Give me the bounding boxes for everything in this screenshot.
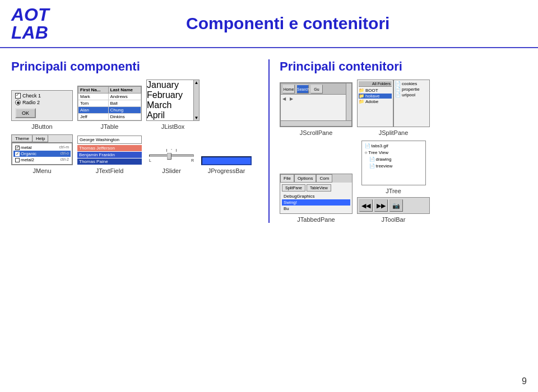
scrollpane-vscrollbar[interactable]	[346, 83, 351, 126]
toolbar-btn-camera[interactable]: 📷	[389, 199, 403, 212]
jtree-jtoolbar-group: 📄 tabs3.gif ○ Tree View 📄 drawing 📄	[357, 141, 430, 223]
tree-file-icon-drawing: 📄	[369, 157, 375, 162]
jtextfield-label: JTextField	[96, 167, 124, 174]
toolbar-btn-next[interactable]: ▶▶	[374, 199, 388, 212]
jscrollpane-component: Home Search Gu ◀ ▶ JScrollPane	[280, 82, 353, 136]
check1-label: Check 1	[22, 93, 41, 99]
organic-label: Organic	[21, 151, 36, 156]
split-item-holiave[interactable]: 📁 holiave	[359, 94, 392, 99]
tree-label-drawing: drawing	[376, 157, 392, 162]
table-header-row: First Na... Last Name	[78, 87, 141, 94]
jmenu-metal[interactable]: metal ctrl-m	[13, 144, 71, 151]
col1-header: First Na...	[78, 87, 109, 94]
tree-node-treeview2: 📄 treeview	[368, 163, 424, 169]
tab-file[interactable]: File	[280, 174, 294, 183]
tree-expand-icon[interactable]: ○	[365, 150, 368, 155]
scrollbar-up-arrow[interactable]: ▲	[194, 80, 199, 85]
jbutton-label: JButton	[31, 123, 52, 130]
left-section: Principali componenti Check 1 Radio 2 OK	[11, 59, 258, 223]
tabcontent-debuggraphics: DebugGraphics	[282, 193, 350, 199]
folder-icon-adobe: 📁	[359, 99, 364, 104]
jsplitpane-label: JSplitPane	[379, 129, 409, 136]
jmenu-component: Theme Help metal ctrl-m	[11, 134, 73, 174]
jslider-label: JSlider	[162, 167, 181, 174]
split-label-adobe: Adobe	[365, 99, 378, 104]
list-item[interactable]: March	[147, 100, 193, 110]
home-btn[interactable]: Home	[282, 85, 295, 94]
jtoolbar-component: ◀◀ ▶▶ 📷 JToolBar	[357, 197, 430, 223]
file-icon-propertie: 📄	[395, 87, 401, 92]
split-item-propertie: 📄 propertie	[395, 87, 428, 92]
slider-thumb[interactable]	[167, 153, 171, 160]
jtable-label: JTable	[101, 123, 119, 130]
list-item[interactable]: January	[147, 80, 193, 90]
tree-node-tabs3: 📄 tabs3.gif	[364, 143, 424, 149]
containers-row-1: Home Search Gu ◀ ▶ JScrollPane	[280, 80, 527, 136]
radio2-radio[interactable]	[15, 100, 21, 105]
jtree-widget: 📄 tabs3.gif ○ Tree View 📄 drawing 📄	[361, 141, 426, 185]
scrollpane-hscrollbar[interactable]	[281, 120, 351, 126]
list-item[interactable]: February	[147, 90, 193, 100]
tree-label-treeview2: treeview	[376, 164, 393, 169]
check1-checkbox[interactable]	[15, 93, 21, 99]
jscrollpane-widget: Home Search Gu ◀ ▶	[280, 82, 353, 127]
jtree-label: JTree	[386, 188, 401, 194]
scrollpane-body: ◀ ▶	[281, 95, 351, 103]
jtable-table: First Na... Last Name MarkAndrewsTomBall…	[78, 86, 141, 120]
jmenu-help[interactable]: Help	[33, 135, 48, 142]
metal-checkbox[interactable]	[15, 146, 20, 150]
tab-com[interactable]: Com	[316, 174, 332, 183]
jbutton-component: Check 1 Radio 2 OK JButton	[11, 90, 73, 130]
listbox-scrollbar[interactable]: ▲ ▼	[193, 80, 199, 120]
organic-checkbox[interactable]	[15, 152, 20, 156]
logo-lab: LAB	[11, 24, 49, 41]
gu-btn[interactable]: Gu	[310, 85, 323, 94]
metal2-shortcut: ctrl-2	[60, 157, 69, 162]
ok-btn-container: OK	[15, 107, 69, 118]
jtabbedpane-content: SplitPane TableView DebugGraphics Swing!…	[280, 183, 352, 213]
search-btn[interactable]: Search	[296, 85, 309, 94]
jmenu-metal2[interactable]: metal2 ctrl-2	[13, 157, 71, 163]
split-label-urlpool: urlpool	[402, 92, 415, 97]
slider-tick-labels: I ' I	[149, 148, 194, 153]
listbox-content: JanuaryFebruaryMarchApril	[147, 80, 193, 120]
tab-options[interactable]: Options	[294, 174, 317, 183]
jprogressbar-component: JProgressBar	[201, 156, 252, 174]
main-content: Principali componenti Check 1 Radio 2 OK	[0, 54, 538, 228]
jmenu-label: JMenu	[33, 167, 51, 174]
metal2-checkbox[interactable]	[15, 158, 20, 162]
scrollbar-down-arrow[interactable]: ▼	[194, 115, 199, 120]
slider-right-label: R	[191, 158, 194, 162]
textfield-input[interactable]: George Washington	[77, 136, 142, 144]
split-item-urlpool: 📄 urlpool	[395, 92, 428, 97]
table-row[interactable]: AlanChung	[78, 107, 141, 114]
jtable-component: First Na... Last Name MarkAndrewsTomBall…	[77, 86, 142, 130]
ok-button[interactable]: OK	[15, 108, 36, 118]
right-section-title: Principali contenitori	[280, 59, 527, 74]
subtab-splitpane[interactable]: SplitPane	[282, 184, 305, 192]
table-row[interactable]: MarkAndrews	[78, 94, 141, 100]
jmenu-organic[interactable]: Organic ctrl-o	[13, 151, 71, 157]
list-item[interactable]: April	[147, 110, 193, 120]
jtree-component: 📄 tabs3.gif ○ Tree View 📄 drawing 📄	[361, 141, 426, 194]
split-label-boot: BOOT	[365, 88, 378, 93]
page-title: Componenti e contenitori	[49, 14, 527, 33]
jtoolbar-label: JToolBar	[382, 216, 406, 223]
textfield-row-2: Benjamin Franklin	[77, 152, 142, 158]
jmenu-organic-check: Organic	[15, 151, 36, 156]
split-left-panel: All Folders 📁 BOOT 📁 holiave 📁 Adobe	[358, 80, 394, 127]
split-label-holiave: holiave	[365, 94, 379, 99]
slider-track[interactable]	[149, 155, 194, 157]
split-left-header: All Folders	[359, 81, 392, 87]
subtab-tableview[interactable]: TableView	[307, 184, 331, 192]
jmenu-theme[interactable]: Theme	[12, 135, 33, 142]
folder-icon-boot: 📁	[359, 88, 364, 93]
toolbar-btn-prev[interactable]: ◀◀	[359, 199, 373, 212]
split-right-panel: 📄 cookies 📄 propertie 📄 urlpool	[394, 80, 429, 127]
jtabbedpane-top-tabs: File Options Com	[280, 174, 352, 183]
logo-aot: AOT	[11, 6, 49, 24]
subtabs-bar: SplitPane TableView	[282, 184, 350, 192]
table-row[interactable]: TomBall	[78, 100, 141, 107]
table-row[interactable]: JeffDinkins	[78, 114, 141, 120]
jlistbox-label: JListBox	[161, 123, 185, 130]
